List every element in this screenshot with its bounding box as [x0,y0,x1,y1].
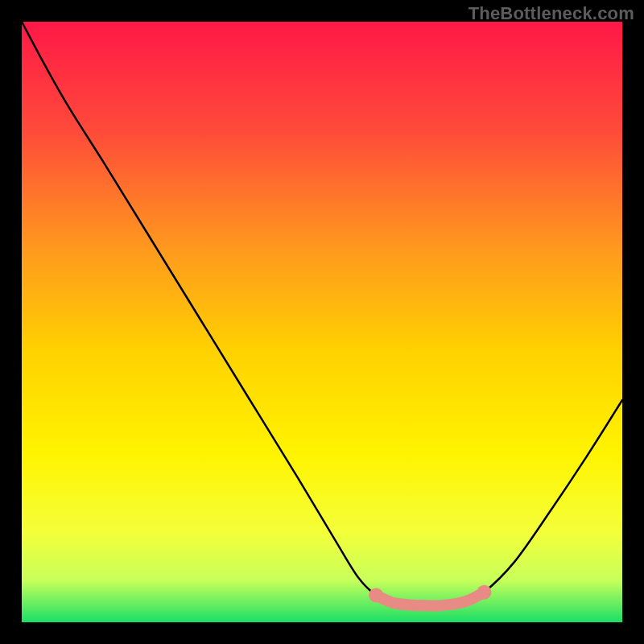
plot-background [22,22,622,622]
highlight-end-dot [369,588,383,602]
highlight-end-dot [477,585,491,600]
watermark-text: TheBottleneck.com [469,3,634,24]
bottleneck-chart [0,0,644,644]
chart-frame: TheBottleneck.com [0,0,644,644]
